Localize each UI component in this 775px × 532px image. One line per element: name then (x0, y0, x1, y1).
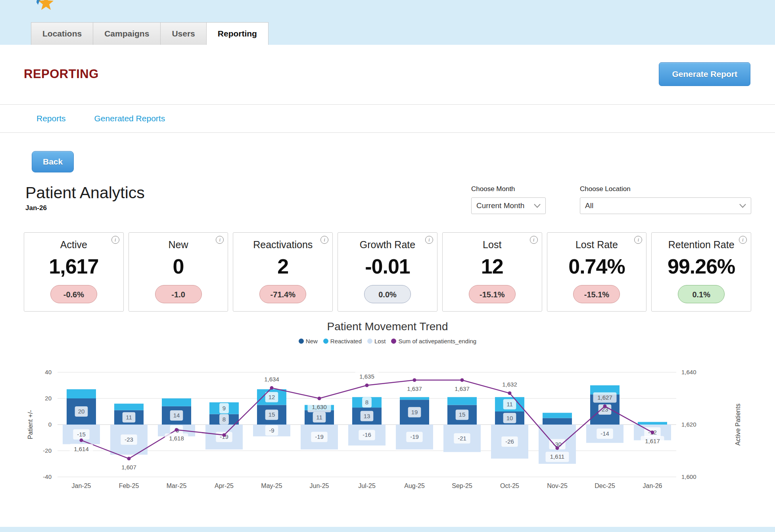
legend-label: Lost (374, 338, 386, 344)
svg-text:-20: -20 (43, 447, 52, 454)
svg-text:1,600: 1,600 (681, 473, 696, 480)
svg-text:Oct-25: Oct-25 (500, 482, 519, 489)
svg-text:Jun-25: Jun-25 (310, 482, 329, 489)
svg-text:0: 0 (48, 421, 52, 428)
svg-text:40: 40 (45, 369, 52, 375)
kpi-value: 0.74% (547, 255, 646, 278)
svg-text:13: 13 (364, 413, 370, 419)
footer-strip (0, 527, 775, 532)
legend-item-new[interactable]: New (299, 338, 318, 344)
svg-text:-14: -14 (600, 430, 609, 437)
choose-month-control: Choose Month Current Month (471, 185, 546, 214)
chevron-down-icon (534, 204, 541, 208)
legend-item-sum-of-activepatients-ending[interactable]: Sum of activepatients_ending (391, 338, 476, 344)
svg-text:12: 12 (269, 394, 275, 400)
svg-text:1,637: 1,637 (455, 385, 470, 392)
kpi-value: 99.26% (652, 255, 751, 278)
tab-reporting[interactable]: Reporting (207, 22, 269, 45)
svg-text:Mar-25: Mar-25 (167, 482, 187, 489)
svg-text:8: 8 (365, 399, 368, 406)
kpi-title: Growth Rate (338, 239, 437, 251)
svg-text:Active Patients: Active Patients (735, 404, 741, 446)
svg-text:-9: -9 (269, 427, 274, 434)
legend-dot-icon (299, 339, 304, 344)
info-icon[interactable]: i (425, 236, 433, 244)
legend-item-reactivated[interactable]: Reactivated (323, 338, 362, 344)
info-icon[interactable]: i (739, 236, 747, 244)
app-logo (34, 0, 55, 13)
svg-text:1,607: 1,607 (121, 464, 136, 471)
kpi-value: 1,617 (24, 255, 123, 278)
info-icon[interactable]: i (111, 236, 119, 244)
chart-legend: NewReactivatedLostSum of activepatients_… (0, 338, 775, 344)
svg-text:-19: -19 (315, 433, 324, 440)
month-select-value: Current Month (476, 201, 524, 210)
kpi-value: 12 (443, 255, 542, 278)
kpi-delta-pill: -1.0 (155, 285, 202, 303)
kpi-card-new: Newi0-1.0 (129, 232, 228, 312)
analytics-period: Jan-26 (25, 204, 145, 212)
svg-text:Feb-25: Feb-25 (119, 482, 139, 489)
svg-text:15: 15 (459, 411, 466, 418)
choose-location-label: Choose Location (580, 185, 751, 193)
analytics-title-block: Patient Analytics Jan-26 (25, 184, 145, 212)
svg-text:1,632: 1,632 (502, 381, 517, 388)
svg-text:1,617: 1,617 (645, 438, 660, 444)
svg-text:Sep-25: Sep-25 (452, 482, 472, 489)
kpi-card-lost: Losti12-15.1% (442, 232, 542, 312)
analytics-controls: Choose Month Current Month Choose Locati… (471, 184, 751, 214)
kpi-card-active: Activei1,617-0.6% (24, 232, 124, 312)
svg-text:20: 20 (45, 395, 52, 402)
svg-text:1,620: 1,620 (681, 421, 696, 428)
kpi-title: Retention Rate (652, 239, 751, 251)
back-button[interactable]: Back (32, 151, 74, 172)
svg-text:11: 11 (506, 401, 513, 408)
location-select-value: All (585, 201, 593, 210)
kpi-row: Activei1,617-0.6%Newi0-1.0Reactivationsi… (24, 232, 751, 312)
choose-month-label: Choose Month (471, 185, 546, 193)
kpi-delta-pill: -0.6% (50, 285, 97, 303)
choose-location-control: Choose Location All (580, 185, 751, 214)
kpi-value: 2 (233, 255, 332, 278)
svg-text:1,634: 1,634 (264, 376, 279, 383)
legend-item-lost[interactable]: Lost (367, 338, 386, 344)
kpi-card-retention-rate: Retention Ratei99.26%0.1% (651, 232, 751, 312)
svg-text:1,614: 1,614 (74, 446, 89, 452)
svg-text:20: 20 (78, 408, 85, 415)
svg-text:1,640: 1,640 (681, 369, 696, 375)
tab-campaigns[interactable]: Campaigns (93, 22, 161, 45)
svg-text:1,630: 1,630 (312, 404, 327, 410)
kpi-value: 0 (129, 255, 228, 278)
legend-dot-icon (391, 339, 396, 344)
kpi-delta-pill: -15.1% (469, 285, 516, 303)
legend-label: New (306, 338, 318, 344)
svg-text:19: 19 (411, 409, 418, 415)
page-title: REPORTING (24, 67, 99, 81)
tab-users[interactable]: Users (161, 22, 206, 45)
subnav-reports-link[interactable]: Reports (36, 114, 66, 123)
svg-text:Jan-25: Jan-25 (72, 482, 91, 489)
month-select[interactable]: Current Month (471, 197, 546, 214)
svg-text:8: 8 (223, 416, 226, 423)
subnav-generated-reports-link[interactable]: Generated Reports (94, 114, 165, 123)
main-tabs: Locations Campaigns Users Reporting (31, 22, 269, 45)
svg-text:Dec-25: Dec-25 (595, 482, 615, 489)
kpi-delta-pill: -15.1% (573, 285, 620, 303)
kpi-delta-pill: 0.1% (678, 285, 725, 303)
svg-text:1,618: 1,618 (169, 435, 184, 442)
location-select[interactable]: All (580, 197, 751, 214)
legend-dot-icon (323, 339, 328, 344)
svg-text:-23: -23 (125, 436, 133, 443)
svg-text:14: 14 (173, 412, 180, 419)
divider (0, 132, 775, 133)
kpi-title: Active (24, 239, 123, 251)
generate-report-button[interactable]: Generate Report (659, 62, 750, 86)
tab-locations[interactable]: Locations (31, 22, 93, 45)
top-bar: Locations Campaigns Users Reporting (0, 0, 775, 45)
kpi-title: Lost (443, 239, 542, 251)
content: REPORTING Generate Report Reports Genera… (0, 45, 775, 516)
app-logo-icon (34, 0, 55, 12)
legend-label: Sum of activepatients_ending (398, 338, 476, 344)
svg-text:1,611: 1,611 (550, 453, 564, 460)
info-icon[interactable]: i (530, 236, 538, 244)
